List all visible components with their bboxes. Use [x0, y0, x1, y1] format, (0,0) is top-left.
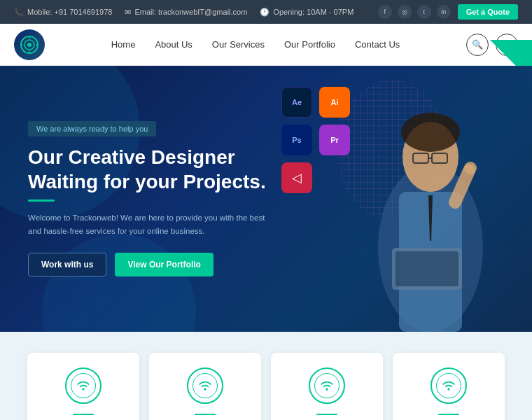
card-line-2	[195, 414, 216, 415]
opening-hours: 🕐 Opening: 10AM - 07PM	[260, 8, 354, 17]
nav-contact[interactable]: Contact Us	[355, 39, 400, 50]
hero-description: Welcome to Trackonweb! We are here to pr…	[28, 211, 266, 237]
navbar-wrapper: Home About Us Our Services Our Portfolio…	[0, 24, 532, 66]
hero-person-svg	[357, 80, 504, 332]
svg-point-19	[82, 388, 84, 390]
nav-links: Home About Us Our Services Our Portfolio…	[111, 39, 400, 50]
card-icon-3	[314, 373, 340, 398]
svg-point-22	[447, 388, 449, 390]
after-effects-icon: Ae	[281, 87, 312, 118]
svg-point-2	[27, 43, 31, 47]
svg-point-10	[401, 113, 460, 152]
instagram-icon[interactable]: ◎	[398, 5, 412, 19]
view-portfolio-button[interactable]: View Our Portfolio	[115, 253, 213, 276]
service-card-2[interactable]	[149, 353, 261, 420]
hero-title-line2: Waiting for your Projects.	[28, 171, 266, 192]
hero-buttons: Work with us View Our Portfolio	[28, 253, 266, 276]
get-quote-button[interactable]: Get a Quote	[458, 4, 518, 20]
hero-title: Our Creative Designer Waiting for your P…	[28, 145, 266, 194]
wifi-icon-2	[198, 379, 212, 393]
opening-label: Opening: 10AM - 07PM	[273, 8, 354, 16]
email-contact: ✉ Email: trackonwebIT@gmail.com	[125, 8, 247, 17]
wifi-icon-4	[442, 379, 456, 393]
svg-rect-16	[396, 251, 458, 286]
cards-section	[0, 332, 532, 420]
logo[interactable]	[14, 29, 45, 60]
illustrator-icon: Ai	[319, 87, 350, 118]
service-card-1[interactable]	[27, 353, 139, 420]
mobile-contact: 📞 Mobile: +91 7014691978	[14, 8, 112, 17]
facebook-icon[interactable]: f	[378, 5, 392, 19]
linkedin-icon[interactable]: in	[437, 5, 451, 19]
navbar: Home About Us Our Services Our Portfolio…	[0, 24, 532, 66]
email-icon: ✉	[125, 8, 131, 17]
hero-divider	[28, 200, 55, 202]
photoshop-icon: Ps	[281, 125, 312, 155]
card-line-4	[438, 414, 459, 415]
nav-home[interactable]: Home	[111, 39, 136, 50]
nav-services[interactable]: Our Services	[212, 39, 265, 50]
twitter-icon[interactable]: t	[417, 5, 431, 19]
hero-title-line1: Our Creative Designer	[28, 146, 235, 168]
top-bar-contact: 📞 Mobile: +91 7014691978 ✉ Email: tracko…	[14, 8, 354, 17]
card-icon-1	[71, 373, 96, 398]
card-icon-2	[192, 373, 218, 398]
social-links: f ◎ t in	[378, 5, 451, 19]
hero-content: We are always ready to help you Our Crea…	[28, 121, 266, 276]
search-button[interactable]: 🔍	[466, 34, 489, 56]
wifi-icon-3	[320, 379, 334, 393]
nav-about[interactable]: About Us	[155, 39, 192, 50]
top-bar-right: f ◎ t in Get a Quote	[378, 4, 518, 20]
work-with-us-button[interactable]: Work with us	[28, 253, 106, 276]
card-icon-circle-4	[430, 368, 467, 404]
card-icon-circle-2	[187, 368, 223, 404]
top-bar: 📞 Mobile: +91 7014691978 ✉ Email: tracko…	[0, 0, 532, 24]
premiere-icon: Pr	[319, 125, 350, 155]
logo-icon	[20, 35, 39, 55]
phone-icon: 📞	[14, 8, 24, 17]
svg-point-21	[326, 388, 328, 390]
clock-icon: 🕐	[260, 8, 270, 17]
hero-app-icons: Ae Ai Ps Pr ◁	[281, 87, 350, 193]
affinity-icon: ◁	[281, 162, 312, 193]
hero-badge: We are always ready to help you	[28, 121, 156, 136]
wifi-icon-1	[76, 379, 90, 393]
mobile-label: Mobile: +91 7014691978	[27, 8, 112, 16]
card-icon-circle-3	[309, 368, 345, 404]
hero-section: We are always ready to help you Our Crea…	[0, 66, 532, 332]
email-label: Email: trackonwebIT@gmail.com	[134, 8, 247, 16]
card-line-3	[316, 414, 337, 415]
card-line-1	[73, 414, 94, 415]
card-icon-circle-1	[65, 368, 102, 404]
service-card-4[interactable]	[393, 353, 505, 420]
svg-point-18	[464, 162, 477, 174]
card-icon-4	[436, 373, 461, 398]
service-card-3[interactable]	[271, 353, 383, 420]
hero-person-area	[357, 80, 504, 332]
svg-point-20	[204, 388, 206, 390]
nav-portfolio[interactable]: Our Portfolio	[284, 39, 335, 50]
